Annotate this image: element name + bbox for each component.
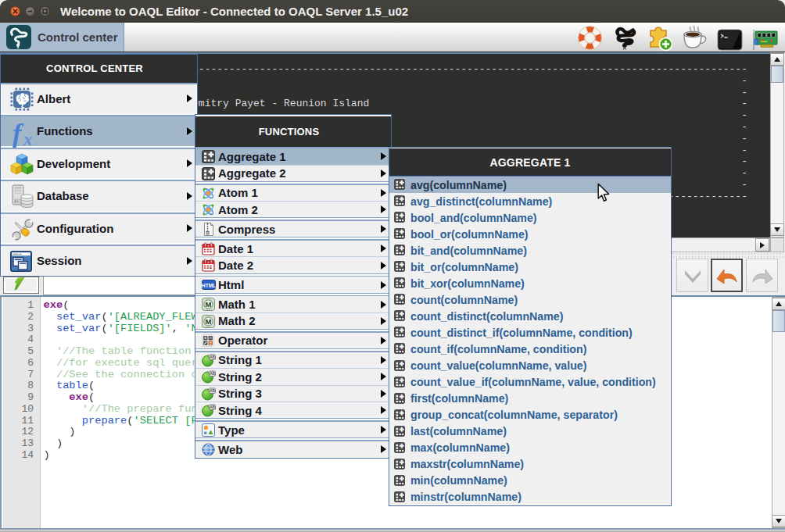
svg-text:AB: AB bbox=[210, 355, 215, 359]
svg-text:M: M bbox=[206, 300, 212, 309]
svg-text:AB: AB bbox=[210, 372, 215, 376]
svg-text:M: M bbox=[206, 317, 212, 326]
svg-text:AB: AB bbox=[210, 405, 215, 409]
svg-text:f: f bbox=[13, 120, 24, 148]
svg-text:AB: AB bbox=[210, 389, 215, 393]
svg-text:x: x bbox=[23, 130, 33, 149]
svg-text:HTML: HTML bbox=[202, 283, 216, 288]
